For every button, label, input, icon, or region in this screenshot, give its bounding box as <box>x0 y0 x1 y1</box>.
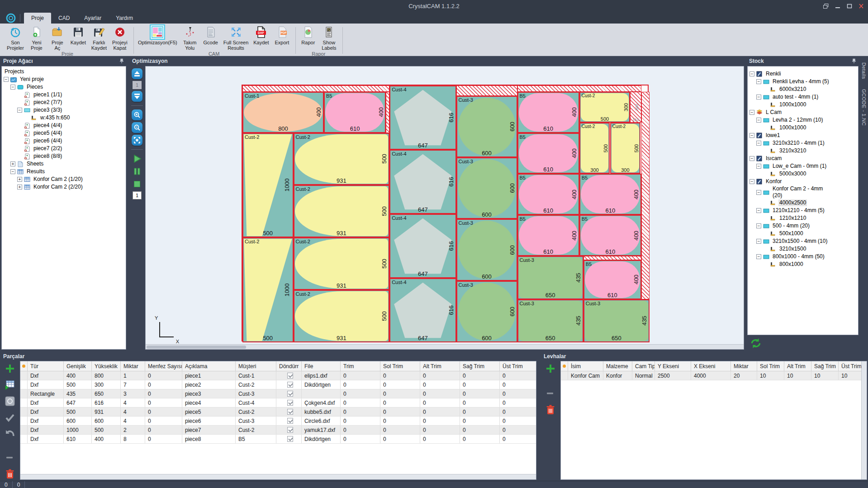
piece-cust-2[interactable]: Cust-25001000 <box>242 133 294 238</box>
project-tree-item-piece3-3-3[interactable]: −piece3 (3/3) <box>2 106 126 114</box>
expander-icon[interactable]: − <box>756 239 761 244</box>
scrollbar-thumb[interactable] <box>147 346 246 349</box>
piece-b5[interactable]: B5610400 <box>517 92 579 133</box>
column-header-y-ekseni[interactable]: Y Ekseni <box>655 361 691 371</box>
ribbon-button-projeyi-kapat[interactable]: Projeyi Kapat <box>110 25 129 51</box>
zoom-out-button[interactable] <box>132 122 142 133</box>
stock-tree-item-1210x1210[interactable]: 1210x1210 <box>748 214 858 222</box>
pin-icon[interactable] <box>851 58 857 64</box>
project-tree-item-piece2-7-7[interactable]: piece2 (7/7) <box>2 99 126 106</box>
column-header-üst-trim[interactable]: Üst Trim <box>500 361 536 371</box>
project-tree-item-sheets[interactable]: +Sheets <box>2 160 126 168</box>
pieces-table-row[interactable]: Dxf64761640piece4Cust-4Çokgen4.dxf00000 <box>20 398 536 407</box>
expander-icon[interactable]: − <box>749 133 754 138</box>
piece-b5[interactable]: B5610400 <box>324 92 386 133</box>
shape-o-button[interactable] <box>5 396 15 408</box>
eject-up-button[interactable] <box>132 68 142 79</box>
expander-icon[interactable]: − <box>10 169 15 174</box>
project-tree-item-piece8-8-8[interactable]: piece8 (8/8) <box>2 152 126 160</box>
project-tree-item-piece5-4-4[interactable]: piece5 (4/4) <box>2 129 126 137</box>
piece-cust-1[interactable]: Cust-1800400 <box>242 92 324 133</box>
piece-cust-4[interactable]: Cust-4647616 <box>389 214 456 278</box>
side-tab-details[interactable]: Details <box>861 62 867 79</box>
expander-icon[interactable]: − <box>756 223 761 228</box>
stock-tree-item-4000x2500[interactable]: 4000x2500 <box>748 199 858 207</box>
stock-tree-item-1000x1000[interactable]: 1000x1000 <box>748 124 858 132</box>
project-tree-item-piece6-4-4[interactable]: piece6 (4/4) <box>2 137 126 145</box>
ribbon-button-gcode[interactable]: Gcode <box>201 25 220 46</box>
column-header-trim[interactable]: Trim <box>341 361 380 371</box>
menu-tab-yardım[interactable]: Yardım <box>109 13 140 24</box>
ribbon-button-takım-yolu[interactable]: Takım Yolu <box>180 25 199 51</box>
column-header-sol-trim[interactable]: Sol Trim <box>380 361 420 371</box>
project-tree-item-w-435-h-650[interactable]: w:435 h:650 <box>2 114 126 122</box>
expander-icon[interactable]: − <box>749 156 754 161</box>
piece-cust-4[interactable]: Cust-4647616 <box>389 150 456 214</box>
rotate-checkbox[interactable] <box>287 427 293 433</box>
ribbon-button-son-projeler[interactable]: Son Projeler <box>5 25 25 51</box>
project-tree-item-piece1-1-1[interactable]: piece1 (1/1) <box>2 91 126 99</box>
piece-cust-2[interactable]: Cust-2300500 <box>579 123 610 174</box>
menu-tab-ayarlar[interactable]: Ayarlar <box>77 13 109 24</box>
play-button[interactable] <box>132 153 142 164</box>
stock-tree-item-renkli-levha-4mm-5[interactable]: −Renkli Levha - 4mm (5) <box>748 78 858 85</box>
expander-icon[interactable]: − <box>10 85 15 90</box>
column-header-file[interactable]: File <box>302 361 341 371</box>
piece-b5[interactable]: B5610400 <box>579 174 641 215</box>
column-header-tür[interactable]: Tür <box>28 361 64 371</box>
zoom-in-button[interactable] <box>132 109 142 120</box>
stock-tree-item-500x1000[interactable]: 500x1000 <box>748 230 858 237</box>
stock-tree-item-renkli[interactable]: −Renkli <box>748 70 858 78</box>
remove-button[interactable] <box>5 452 15 464</box>
stop-button[interactable] <box>132 179 142 190</box>
expander-icon[interactable]: + <box>17 177 22 182</box>
column-header-alt-trim[interactable]: Alt Trim <box>784 361 811 371</box>
piece-cust-2[interactable]: Cust-2931500 <box>294 133 390 185</box>
rotate-checkbox[interactable] <box>287 409 293 415</box>
pieces-table-row[interactable]: Dxf100050020piece7Cust-2yamuk17.dxf00000 <box>20 426 536 435</box>
project-tree-item-projects[interactable]: Projects <box>2 68 126 76</box>
piece-b5[interactable]: B5610400 <box>517 174 579 215</box>
piece-b5[interactable]: B5610400 <box>517 215 579 256</box>
column-header-i-sim[interactable]: İsim <box>568 361 603 371</box>
delete-button[interactable] <box>545 404 556 417</box>
rotate-checkbox[interactable] <box>287 436 293 442</box>
column-header-x-ekseni[interactable]: X Ekseni <box>691 361 731 371</box>
delete-button[interactable] <box>5 469 15 481</box>
expander-icon[interactable]: − <box>749 110 754 115</box>
pin-icon[interactable] <box>119 58 124 64</box>
stock-tree-item-1000x1000[interactable]: 1000x1000 <box>748 101 858 109</box>
piece-cust-2[interactable]: Cust-25001000 <box>242 237 294 342</box>
stock-tree-item-6000x3210[interactable]: 6000x3210 <box>748 85 858 93</box>
piece-cust-3[interactable]: Cust-3600600 <box>456 219 517 280</box>
add-button[interactable] <box>5 363 15 375</box>
expander-icon[interactable]: + <box>17 185 22 190</box>
piece-cust-2[interactable]: Cust-2931500 <box>294 237 390 290</box>
pieces-table-row[interactable]: Dxf50030070piece2Cust-2Dikdörtgen00000 <box>20 380 536 389</box>
ribbon-button-full-screen-results[interactable]: Full Screen Results <box>222 25 250 51</box>
column-header-genişlik[interactable]: Genişlik <box>64 361 92 371</box>
piece-cust-3[interactable]: Cust-3650435 <box>517 256 583 299</box>
column-header-alt-trim[interactable]: Alt Trim <box>420 361 460 371</box>
project-tree-item-konfor-cam-2-1-20[interactable]: +Konfor Cam 2 (1/20) <box>2 175 126 183</box>
project-tree-item-yeni-proje[interactable]: −Yeni proje <box>2 76 126 83</box>
restore-button[interactable] <box>822 3 830 9</box>
expander-icon[interactable]: + <box>10 161 15 166</box>
expander-icon[interactable]: − <box>756 95 761 99</box>
ribbon-button-yeni-proje[interactable]: Yeni Proje <box>27 25 46 51</box>
expander-icon[interactable]: − <box>756 118 761 123</box>
undo-button[interactable] <box>5 428 15 441</box>
stock-tree-item-l-cam[interactable]: −L Cam <box>748 109 858 116</box>
expander-icon[interactable]: − <box>749 179 754 184</box>
piece-cust-2[interactable]: Cust-2931500 <box>294 290 390 342</box>
expander-icon[interactable]: − <box>4 77 9 82</box>
pieces-table-row[interactable]: Dxf60060040piece6Cust-3Circle6.dxf00000 <box>20 417 536 426</box>
column-header-malzeme[interactable]: Malzeme <box>603 361 632 371</box>
menu-tab-proje[interactable]: Proje <box>24 13 51 24</box>
pieces-table-row[interactable]: Dxf40080010piece1Cust-1elips1.dxf00000 <box>20 371 536 380</box>
eject-down-button[interactable] <box>132 91 142 102</box>
piece-b5[interactable]: B5610400 <box>579 215 641 256</box>
project-tree-item-results[interactable]: −Results <box>2 168 126 175</box>
remove-button[interactable] <box>545 388 556 400</box>
pause-button[interactable] <box>132 166 142 177</box>
